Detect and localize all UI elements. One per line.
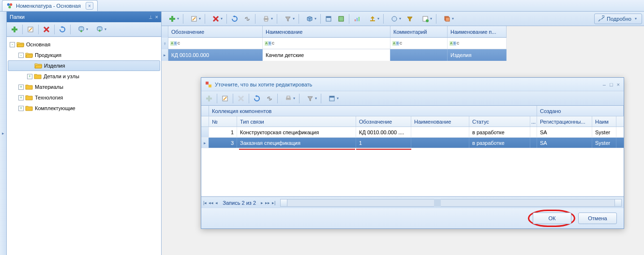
col-naim[interactable]: Наименование <box>411 116 469 127</box>
col-dots[interactable]: ... <box>530 116 537 127</box>
tree-node[interactable]: -Основная <box>8 39 160 50</box>
filter-button[interactable] <box>279 13 297 25</box>
filter2-button[interactable] <box>404 13 416 25</box>
cell <box>530 127 537 137</box>
window-button[interactable] <box>323 93 341 104</box>
upload-button[interactable] <box>364 13 381 25</box>
col-oboznachenie[interactable]: Обозначение <box>168 26 263 37</box>
cell: SA <box>537 127 592 137</box>
col-status[interactable]: Статус <box>469 116 530 127</box>
pager-last[interactable]: ▸| <box>272 200 275 205</box>
edit-button[interactable] <box>219 93 231 104</box>
link-button[interactable] <box>241 13 253 25</box>
tree-node[interactable]: Изделия <box>8 60 160 71</box>
expand-toggle[interactable]: + <box>18 106 24 111</box>
dialog-row[interactable]: ▸3Заказная спецификация1в разработкеSASy… <box>201 138 624 148</box>
dialog-group-header: Коллекция компонентов Создано <box>201 106 624 116</box>
details-button[interactable]: Подробно <box>594 14 642 24</box>
pager-next[interactable]: ▸ <box>261 200 263 205</box>
chart-button[interactable] <box>351 13 363 25</box>
pager-first[interactable]: |◂ <box>203 200 207 205</box>
ok-button[interactable]: ОК <box>533 212 571 224</box>
cell-naim-p: Изделия <box>448 49 507 61</box>
maximize-button[interactable]: □ <box>610 82 613 87</box>
tree-node[interactable]: +Комплектующие <box>8 103 160 113</box>
filter-c1[interactable]: ABC <box>168 38 263 49</box>
cell: 1 <box>356 138 411 148</box>
expand-toggle[interactable]: + <box>27 74 32 79</box>
link-button[interactable] <box>264 93 275 104</box>
col-oboz[interactable]: Обозначение <box>356 116 411 127</box>
dialog-row[interactable]: 1Конструкторская спецификацияКД 0010.00.… <box>201 127 624 138</box>
add-button[interactable] <box>164 13 181 25</box>
pin-icon[interactable]: ⟂ <box>149 14 152 20</box>
print-button[interactable] <box>257 13 275 25</box>
refresh-button[interactable] <box>229 13 240 25</box>
grid-row[interactable]: КД 0010.00.000 Качели детские Изделия <box>168 49 507 61</box>
stack-button[interactable] <box>438 13 456 25</box>
db-up-button[interactable] <box>91 24 108 35</box>
minimize-button[interactable]: – <box>603 82 606 87</box>
tree-node[interactable]: +Детали и узлы <box>8 71 160 82</box>
delete-button[interactable] <box>41 24 52 35</box>
pager-next-page[interactable]: ▸▸ <box>265 200 270 205</box>
expand-toggle[interactable]: - <box>10 42 15 47</box>
db-down-button[interactable] <box>73 24 90 35</box>
panel-expand-left[interactable]: ▸ <box>0 12 7 255</box>
puzzle-button[interactable] <box>335 13 347 25</box>
horizontal-scrollbar[interactable] <box>280 199 622 207</box>
close-button[interactable]: × <box>617 82 620 87</box>
folder-icon <box>34 73 42 80</box>
expand-toggle[interactable]: - <box>18 53 24 58</box>
scroll-right[interactable] <box>614 199 621 206</box>
scroll-left[interactable] <box>281 199 287 206</box>
col-no[interactable]: № <box>209 116 237 127</box>
col-kommentariy[interactable]: Комментарий <box>390 26 448 37</box>
tree-node[interactable]: +Технология <box>8 92 160 103</box>
pager-prev[interactable]: ◂ <box>215 200 218 205</box>
tree-node[interactable]: +Материалы <box>8 82 160 92</box>
sheet-button[interactable] <box>417 13 434 25</box>
expand-toggle[interactable]: + <box>18 85 24 90</box>
cell-komm <box>390 49 448 61</box>
col-reg[interactable]: Регистрационны... <box>537 116 592 127</box>
window-button[interactable] <box>323 13 334 25</box>
refresh-button[interactable] <box>251 93 263 104</box>
col-naimenovanie-p[interactable]: Наименование п... <box>448 26 507 37</box>
edit-dialog: Уточните, что вы хотите редактировать – … <box>201 77 624 229</box>
expand-toggle[interactable]: + <box>18 95 24 100</box>
col-type[interactable]: Тип связи <box>237 116 356 127</box>
print-button[interactable] <box>280 93 297 104</box>
svg-rect-9 <box>169 18 175 20</box>
group-collection: Коллекция компонентов <box>209 106 537 116</box>
cube-button[interactable] <box>301 13 318 25</box>
details-button-label: Подробно <box>607 16 631 22</box>
edit-button[interactable] <box>185 13 203 25</box>
panel-close-icon[interactable]: × <box>155 14 158 20</box>
globe-button[interactable] <box>386 13 403 25</box>
document-tab[interactable]: Номенклатура - Основная × <box>2 0 98 11</box>
folders-panel-header: Папки ⟂ × <box>7 12 161 22</box>
filter-c2[interactable]: ABC <box>263 38 390 49</box>
svg-point-2 <box>8 6 11 8</box>
tab-close-button[interactable]: × <box>86 2 93 10</box>
cell: 3 <box>209 138 237 148</box>
filter-c3[interactable]: ABC <box>390 38 448 49</box>
col-naimenovanie[interactable]: Наименование <box>263 26 390 37</box>
edit-button[interactable] <box>25 24 36 35</box>
svg-rect-19 <box>359 17 359 21</box>
delete-button[interactable] <box>207 13 225 25</box>
col-naim2[interactable]: Наим <box>592 116 616 127</box>
tree-node[interactable]: -Продукция <box>8 50 160 60</box>
refresh-button[interactable] <box>57 24 68 35</box>
filter-button[interactable] <box>301 93 319 104</box>
add-button[interactable] <box>9 24 20 35</box>
grid-filter-row: ABC ABC ABC ABC <box>168 38 507 49</box>
folder-open-icon <box>34 62 42 69</box>
filter-c4[interactable]: ABC <box>448 38 507 49</box>
cancel-button[interactable]: Отмена <box>578 212 617 224</box>
cell-naim: Качели детские <box>263 49 390 61</box>
pager-prev-page[interactable]: ◂◂ <box>209 200 213 205</box>
cell: Syster <box>592 127 616 137</box>
svg-rect-27 <box>209 85 211 87</box>
